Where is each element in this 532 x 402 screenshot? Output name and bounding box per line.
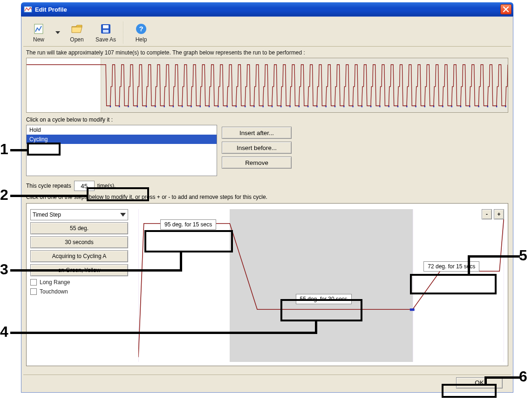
- window-body: New Open Save As: [21, 16, 513, 393]
- step-plot[interactable]: 95 deg. for 15 secs 55 deg. for 30 secs …: [138, 209, 504, 362]
- saveas-button[interactable]: Save As: [92, 20, 119, 46]
- open-icon: [70, 22, 83, 35]
- annotation-1: 1: [0, 141, 8, 158]
- repeats-prefix: This cycle repeats: [26, 183, 71, 189]
- new-icon: [32, 22, 45, 35]
- annotation-2: 2: [0, 186, 8, 204]
- ok-button[interactable]: OK: [456, 377, 503, 388]
- annotation-3: 3: [0, 261, 8, 278]
- app-icon: [24, 5, 32, 14]
- long-range-label: Long Range: [40, 279, 70, 286]
- add-step-button[interactable]: +: [494, 209, 504, 219]
- bottom-bar: OK: [23, 375, 511, 390]
- save-icon: [99, 22, 112, 35]
- toolbar: New Open Save As: [23, 19, 511, 47]
- step-acquire-button[interactable]: Acquiring to Cycling A: [30, 250, 128, 262]
- insert-after-button[interactable]: Insert after...: [222, 127, 292, 139]
- help-icon: ?: [135, 22, 148, 35]
- chevron-down-icon: [120, 213, 126, 217]
- cycle-list-label: Click on a cycle below to modify it :: [26, 116, 508, 123]
- step3-label[interactable]: 72 deg. for 15 secs: [423, 261, 479, 272]
- step-temp-button[interactable]: 55 deg.: [30, 222, 128, 234]
- long-range-checkbox[interactable]: [30, 279, 37, 286]
- svg-rect-4: [103, 30, 109, 33]
- step-side-panel: Timed Step 55 deg. 30 seconds Acquiring …: [30, 209, 133, 295]
- step-channel-button[interactable]: on Green, Yellow: [30, 264, 128, 276]
- svg-rect-53: [410, 308, 415, 311]
- window-title: Edit Profile: [35, 6, 500, 13]
- saveas-label: Save As: [95, 36, 116, 43]
- help-button[interactable]: ? Help: [128, 20, 155, 46]
- open-label: Open: [70, 36, 83, 43]
- new-dropdown[interactable]: [54, 20, 61, 46]
- title-bar: Edit Profile: [21, 2, 513, 16]
- svg-rect-1: [34, 24, 43, 34]
- toolbar-separator: [123, 21, 124, 44]
- step-type-select[interactable]: Timed Step: [30, 209, 128, 220]
- touchdown-label: Touchdown: [40, 288, 68, 295]
- remove-button[interactable]: Remove: [222, 157, 292, 169]
- step-hint: Click on one of the steps below to modif…: [26, 194, 508, 200]
- new-button[interactable]: New: [25, 20, 52, 46]
- step-duration-button[interactable]: 30 seconds: [30, 236, 128, 248]
- annotation-5: 5: [519, 247, 527, 264]
- repeats-suffix: time(s).: [97, 183, 116, 189]
- insert-before-button[interactable]: Insert before...: [222, 142, 292, 154]
- run-info-text: The run will take approximately 107 minu…: [26, 49, 508, 56]
- annotation-4: 4: [0, 323, 8, 341]
- touchdown-checkbox[interactable]: [30, 288, 37, 295]
- cycle-item-hold[interactable]: Hold: [27, 125, 217, 135]
- new-label: New: [33, 36, 44, 43]
- repeats-input[interactable]: [74, 181, 95, 191]
- svg-text:?: ?: [139, 25, 143, 33]
- close-button[interactable]: [500, 4, 512, 14]
- help-label: Help: [136, 36, 147, 43]
- annotation-6: 6: [519, 368, 527, 385]
- open-button[interactable]: Open: [63, 20, 90, 46]
- svg-rect-3: [103, 25, 109, 28]
- cycle-list[interactable]: Hold Cycling: [26, 125, 217, 176]
- step1-label[interactable]: 95 deg. for 15 secs: [160, 219, 216, 230]
- cycle-item-cycling[interactable]: Cycling: [27, 135, 217, 144]
- overview-graph[interactable]: [26, 58, 508, 113]
- remove-step-button[interactable]: -: [482, 209, 492, 219]
- step-type-value: Timed Step: [33, 211, 61, 218]
- step-canvas: Timed Step 55 deg. 30 seconds Acquiring …: [26, 203, 508, 366]
- step2-label[interactable]: 55 deg. for 30 secs: [296, 294, 352, 304]
